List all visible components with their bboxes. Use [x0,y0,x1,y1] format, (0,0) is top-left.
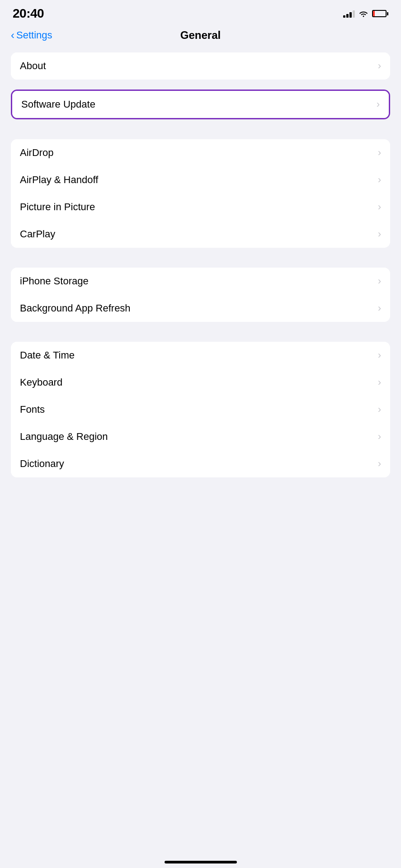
row-software-update-label: Software Update [21,99,95,110]
row-carplay[interactable]: CarPlay › [11,221,390,248]
row-background-app-refresh-chevron-icon: › [378,302,381,314]
nav-bar: ‹ Settings General [0,24,401,49]
battery-icon [372,10,388,17]
row-software-update[interactable]: Software Update › [12,91,389,118]
row-iphone-storage-chevron-icon: › [378,275,381,287]
row-iphone-storage[interactable]: iPhone Storage › [11,268,390,295]
row-fonts-chevron-icon: › [378,404,381,415]
status-bar: 20:40 [0,0,401,24]
section-localization: Date & Time › Keyboard › Fonts › Languag… [11,342,390,477]
row-language-region-chevron-icon: › [378,431,381,443]
section-storage: iPhone Storage › Background App Refresh … [11,268,390,322]
section-separator-2 [0,258,401,268]
row-dictionary[interactable]: Dictionary › [11,450,390,477]
row-dictionary-label: Dictionary [20,458,64,470]
row-about-chevron-icon: › [378,60,381,72]
row-background-app-refresh[interactable]: Background App Refresh › [11,295,390,322]
row-airdrop[interactable]: AirDrop › [11,139,390,166]
back-label: Settings [16,29,52,41]
row-airdrop-label: AirDrop [20,147,54,159]
status-icons [343,9,388,18]
row-fonts-label: Fonts [20,404,45,415]
section-separator-1 [0,129,401,139]
row-about[interactable]: About › [11,52,390,80]
section-software-update: Software Update › [11,90,390,119]
row-carplay-label: CarPlay [20,228,55,240]
section-about: About › [11,52,390,80]
row-keyboard[interactable]: Keyboard › [11,369,390,396]
settings-content: About › Software Update › AirDrop › AirP… [0,49,401,491]
row-carplay-chevron-icon: › [378,228,381,240]
row-airplay-handoff-chevron-icon: › [378,174,381,186]
row-picture-in-picture[interactable]: Picture in Picture › [11,193,390,221]
row-about-label: About [20,60,46,72]
row-picture-in-picture-chevron-icon: › [378,201,381,213]
row-airplay-handoff-label: AirPlay & Handoff [20,174,98,186]
home-indicator [165,861,237,863]
row-picture-in-picture-label: Picture in Picture [20,201,95,213]
wifi-icon [359,10,368,17]
row-dictionary-chevron-icon: › [378,458,381,470]
row-airplay-handoff[interactable]: AirPlay & Handoff › [11,166,390,193]
page-title: General [180,29,221,42]
row-fonts[interactable]: Fonts › [11,396,390,423]
back-chevron-icon: ‹ [11,30,14,41]
section-connectivity: AirDrop › AirPlay & Handoff › Picture in… [11,139,390,248]
row-date-time-chevron-icon: › [378,349,381,361]
row-language-region[interactable]: Language & Region › [11,423,390,450]
section-separator-3 [0,332,401,342]
back-button[interactable]: ‹ Settings [11,29,52,41]
row-airdrop-chevron-icon: › [378,147,381,159]
row-background-app-refresh-label: Background App Refresh [20,302,131,314]
row-language-region-label: Language & Region [20,431,108,443]
row-date-time[interactable]: Date & Time › [11,342,390,369]
row-iphone-storage-label: iPhone Storage [20,275,89,287]
row-keyboard-chevron-icon: › [378,377,381,388]
row-software-update-chevron-icon: › [377,99,380,110]
row-date-time-label: Date & Time [20,349,75,361]
signal-icon [343,9,355,18]
status-time: 20:40 [13,6,44,21]
row-keyboard-label: Keyboard [20,377,62,388]
